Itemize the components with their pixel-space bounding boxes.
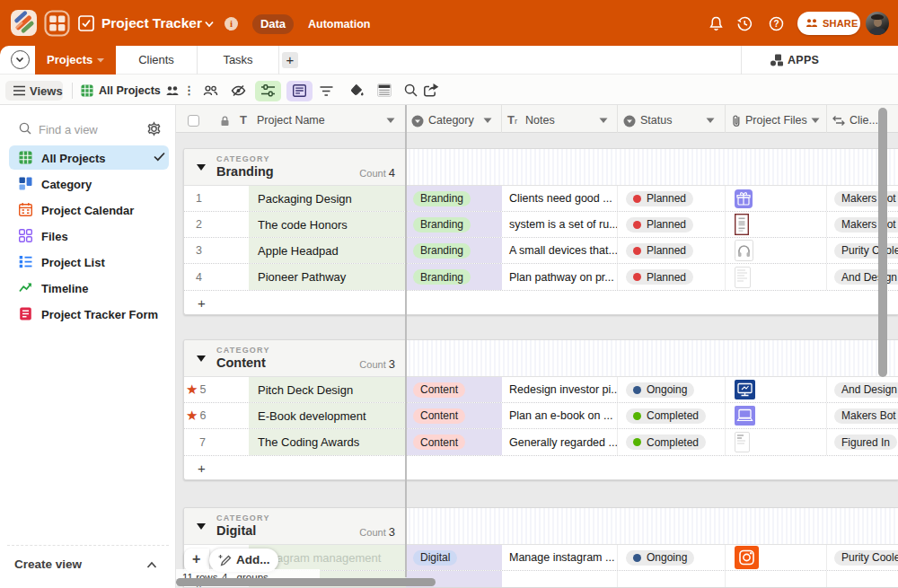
svg-text:?: ? [773,19,779,29]
